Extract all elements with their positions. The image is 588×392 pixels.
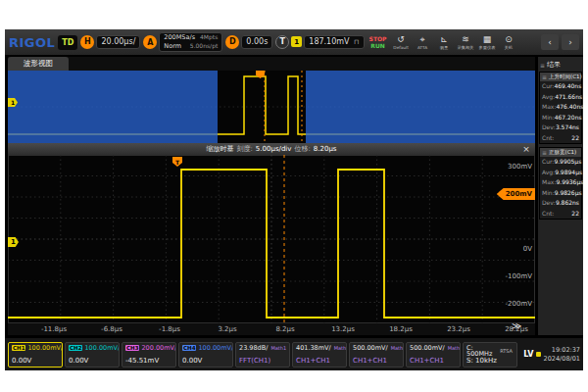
screenshot-page: RIGOL TD H 20.00μs/ A 200MSa/s 4Mpts Nor…: [0, 0, 588, 392]
tab-waveform-view[interactable]: 波形视图: [8, 57, 69, 71]
rtsa-box[interactable]: C: 500MHz RTSA S: 10kHz: [463, 342, 517, 368]
top-toolbar: RIGOL TD H 20.00μs/ A 200MSa/s 4Mpts Nor…: [5, 29, 583, 55]
waveform-display: 1 缩放时基 刻度: 5.00μs/div 位移: 8.20μs ×: [8, 57, 535, 335]
multi-instrument-icon: ▦: [483, 35, 492, 44]
grid-menu-icon[interactable]: ≫: [512, 320, 521, 331]
drag-handle-icon: ≡: [542, 149, 547, 156]
math3-expr: CH1+CH1: [353, 358, 400, 365]
ch3-offset: -45.51mV: [125, 358, 172, 365]
math3-box[interactable]: 500.00mV/ Math3 CH1+CH1: [349, 342, 404, 368]
time-label: 18.2μs: [381, 325, 420, 333]
ch3-badge: CH3: [125, 345, 139, 352]
rigol-logo: RIGOL: [9, 35, 55, 50]
results-title: 结果: [547, 60, 561, 70]
nav-prev-button[interactable]: ‹: [541, 34, 559, 50]
multi-instrument-button[interactable]: ▦ 多重仪表: [478, 31, 497, 53]
ch4-badge: CH4: [182, 345, 196, 352]
ch1-offset: 0.00V: [12, 358, 59, 365]
rtsa-span: S: 10kHz: [466, 358, 514, 365]
atta-icon: ⌖: [419, 35, 424, 44]
oscilloscope-screen: RIGOL TD H 20.00μs/ A 200MSa/s 4Mpts Nor…: [5, 29, 583, 370]
system-time: 19:02:37: [552, 346, 580, 354]
channel1-box[interactable]: CH1 100.00mV/ ≡ Ω 0.00V: [8, 342, 63, 368]
acquisition-button[interactable]: ≋ 采集相关: [457, 31, 475, 53]
sample-rate: 200MSa/s: [164, 34, 195, 41]
measurement-card-risetime[interactable]: ≡ 上升时间(C1) Cur:469.40ns Avg:471.66ns Max…: [539, 72, 582, 144]
horizontal-knob[interactable]: H: [80, 35, 94, 49]
ch2-badge: CH2: [69, 345, 82, 352]
time-label: 23.2μs: [439, 325, 478, 333]
run-label: RUN: [370, 42, 385, 49]
power-label: LV: [523, 350, 533, 359]
horizontal-scale-box[interactable]: 20.00μs/: [96, 35, 140, 50]
zoom-close-icon[interactable]: ×: [520, 143, 532, 155]
ch1-badge: CH1: [12, 345, 25, 352]
power-off-icon: ⊙: [505, 35, 513, 44]
nav-next-button[interactable]: ›: [562, 34, 579, 50]
trigger-source-badge[interactable]: 1: [291, 36, 302, 47]
ch4-scale: 100.00mV/: [198, 345, 233, 352]
zoom-waveform-area: T 300mV 0V -100mV -200mV 200mV 1: [8, 155, 535, 323]
zoom-title: 缩放时基: [207, 144, 234, 154]
time-label: 3.2μs: [208, 325, 247, 333]
drag-handle-icon: ≡: [542, 74, 547, 80]
default-button[interactable]: ↺ Default: [392, 31, 411, 53]
measurement-card-positive-width[interactable]: ≡ 正脉宽(C1) Cur:9.9905μs Avg:9.9894μs Max:…: [539, 147, 582, 220]
rtsa-center: C: 500MHz: [466, 345, 497, 358]
rtsa-badge: RTSA: [499, 348, 514, 354]
zoom-offset-value: 8.20μs: [314, 145, 337, 153]
ch1-scale: 100.00mV/: [27, 345, 63, 352]
horizontal-group: H 20.00μs/: [80, 35, 140, 50]
run-state-indicator[interactable]: STOP RUN: [369, 35, 387, 49]
zoom-scale-value: 5.00μs/div: [256, 145, 292, 153]
zoom-waveform: [8, 155, 535, 323]
delay-knob[interactable]: D: [225, 35, 239, 49]
channel4-box[interactable]: CH4 100.00mV/ 0.00V: [178, 342, 233, 368]
math4-box[interactable]: 500.00mV/ Math4 CH1+CH1: [406, 342, 461, 368]
measure-button[interactable]: ⊾ 测量: [435, 31, 454, 53]
time-resolution: 5.00ns/pt: [190, 43, 218, 50]
time-label: 13.2μs: [323, 325, 363, 333]
zoom-offset-label: 位移:: [294, 144, 310, 154]
math4-badge: Math4: [447, 345, 461, 351]
math1-scale: 23.98dB/: [239, 345, 268, 352]
delay-group: D 0.00s: [225, 35, 272, 50]
acquire-info-box[interactable]: 200MSa/s 4Mpts Norm 5.00ns/pt: [159, 32, 222, 51]
math2-scale: 401.38mV/: [296, 345, 331, 352]
stop-label: STOP: [369, 35, 387, 42]
math2-box[interactable]: 401.38mV/ Math2 CH1+CH1: [292, 342, 347, 368]
voltage-label-neg100mv: -100mV: [473, 272, 532, 280]
default-icon: ↺: [397, 35, 405, 44]
voltage-label-neg200mv: -200mV: [473, 300, 532, 308]
trigger-knob[interactable]: T: [275, 35, 289, 49]
acquire-knob[interactable]: A: [143, 35, 157, 49]
ch2-scale: 100.00mV/: [84, 345, 120, 352]
power-off-button[interactable]: ⊙ 关机: [500, 31, 518, 53]
math1-box[interactable]: 23.98dB/ Math1 FFT(CH1): [235, 342, 290, 368]
list-icon: ≡: [540, 62, 545, 69]
zoom-scale-label: 刻度:: [237, 144, 253, 154]
trigger-level-box[interactable]: 187.10mV ⊓: [304, 35, 364, 50]
zoom-window-shade-left[interactable]: [8, 71, 218, 143]
channel3-box[interactable]: CH3 200.00mV/ -45.51mV: [122, 342, 176, 368]
trigger-level-tag[interactable]: 200mV: [497, 188, 535, 200]
delay-value-box[interactable]: 0.00s: [241, 35, 272, 50]
voltage-label-0v: 0V: [473, 245, 532, 253]
timebase-mode-badge[interactable]: TD: [58, 35, 77, 50]
math2-badge: Math2: [333, 345, 347, 351]
acquire-group: A 200MSa/s 4Mpts Norm 5.00ns/pt: [143, 32, 222, 51]
math3-scale: 500.00mV/: [353, 345, 388, 352]
zoom-timebase-header: 缩放时基 刻度: 5.00μs/div 位移: 8.20μs: [8, 143, 535, 155]
bottom-status-bar: CH1 100.00mV/ ≡ Ω 0.00V CH2 100.00mV/ 0.…: [5, 337, 583, 370]
results-panel: ≡ 结果 ≡ 上升时间(C1) Cur:469.40ns Avg:471.66n…: [537, 57, 583, 335]
ch2-offset: 0.00V: [69, 358, 116, 365]
ch4-offset: 0.00V: [182, 358, 229, 365]
ch3-scale: 200.00mV/: [141, 345, 176, 352]
results-header: ≡ 结果: [539, 58, 582, 72]
atta-button[interactable]: ⌖ ATTA: [414, 31, 432, 53]
measurement-title: 上升时间(C1): [549, 74, 582, 80]
zoom-window-shade-right[interactable]: [306, 71, 535, 143]
trigger-level-value: 187.10mV: [309, 37, 349, 46]
trigger-group: T 1 187.10mV ⊓: [275, 35, 364, 50]
channel2-box[interactable]: CH2 100.00mV/ 0.00V: [65, 342, 120, 368]
